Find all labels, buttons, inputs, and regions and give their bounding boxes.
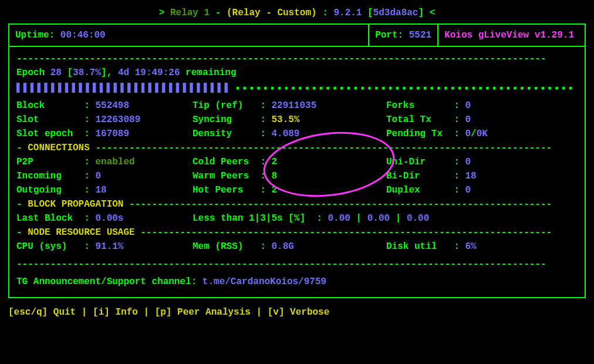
stat-pendingtx: Pending Tx : 0/0K bbox=[386, 127, 578, 141]
pipe1: | bbox=[350, 213, 367, 224]
colon: : bbox=[322, 8, 328, 18]
uptime-value: 00:46:00 bbox=[60, 30, 106, 41]
tg-support-line: TG Announcement/Support channel: t.me/Ca… bbox=[16, 271, 578, 295]
warm-value: 8 bbox=[271, 171, 277, 181]
slotepoch-value: 167089 bbox=[95, 129, 129, 139]
app-title: Koios gLiveView v1.29.1 bbox=[444, 30, 574, 41]
hotkey-quit[interactable]: [esc/q] Quit bbox=[8, 307, 76, 318]
density-label: Density : bbox=[193, 129, 266, 139]
stat-tipref: Tip (ref) : 22911035 bbox=[193, 99, 386, 113]
syncing-value: 53.5% bbox=[271, 114, 299, 125]
epoch-remaining-label: remaining bbox=[185, 68, 236, 78]
arrow-right: < bbox=[430, 8, 436, 18]
stat-warm: Warm Peers : 8 bbox=[193, 169, 386, 183]
mem-label: Mem (RSS) : bbox=[193, 241, 266, 252]
port-value: 5521 bbox=[409, 30, 431, 41]
node-version: 9.2.1 bbox=[333, 8, 362, 18]
stats-grid: Block : 552498 Tip (ref) : 22911035 Fork… bbox=[16, 99, 578, 141]
stat-hot: Hot Peers : 2 bbox=[193, 183, 386, 197]
syncing-label: Syncing : bbox=[193, 114, 266, 125]
stat-unidir: Uni-Dir : 0 bbox=[386, 155, 578, 169]
stat-p2p: P2P : enabled bbox=[16, 155, 193, 169]
divider: ----------------------------------------… bbox=[129, 199, 552, 210]
hash-close: ] bbox=[418, 8, 424, 18]
section-connections: - CONNECTIONS --------------------------… bbox=[16, 141, 578, 155]
hotkeys-line: [esc/q] Quit | [i] Info | [p] Peer Analy… bbox=[8, 305, 586, 319]
unidir-label: Uni-Dir : bbox=[386, 157, 460, 167]
epoch-remaining: 4d 19:49:26 bbox=[118, 68, 180, 78]
totaltx-value: 0 bbox=[465, 114, 471, 125]
blockprop-label: BLOCK PROPAGATION bbox=[28, 199, 123, 210]
outgoing-label: Outgoing : bbox=[16, 185, 90, 196]
port-cell: Port: 5521 bbox=[368, 25, 438, 47]
duplex-label: Duplex : bbox=[386, 185, 460, 196]
stat-disk: Disk util : 6% bbox=[386, 240, 578, 254]
epoch-bracket-open: [ bbox=[67, 68, 73, 78]
dash: - bbox=[215, 8, 221, 18]
divider: ----------------------------------------… bbox=[16, 52, 578, 66]
tipref-value: 22911035 bbox=[271, 100, 316, 111]
hash-open: [ bbox=[367, 8, 373, 18]
density-value: 4.089 bbox=[271, 129, 299, 139]
resource-label: NODE RESOURCE USAGE bbox=[28, 227, 134, 238]
tg-link[interactable]: t.me/CardanoKoios/9759 bbox=[203, 277, 326, 287]
progress-remaining: ▪▪▪▪▪▪▪▪▪▪▪▪▪▪▪▪▪▪▪▪▪▪▪▪▪▪▪▪▪▪▪▪▪▪▪▪▪▪▪▪… bbox=[235, 82, 578, 93]
outgoing-value: 18 bbox=[95, 185, 106, 196]
forks-label: Forks : bbox=[386, 100, 460, 111]
incoming-value: 0 bbox=[95, 171, 101, 181]
stat-totaltx: Total Tx : 0 bbox=[386, 113, 578, 127]
stat-density: Density : 4.089 bbox=[193, 127, 386, 141]
duplex-value: 0 bbox=[465, 185, 471, 196]
main-panel: Uptime: 00:46:00 Port: 5521 Koios gLiveV… bbox=[8, 23, 586, 298]
pendingtx-slash: / bbox=[471, 129, 477, 139]
divider: ----------------------------------------… bbox=[16, 257, 578, 271]
epoch-label: Epoch bbox=[16, 68, 45, 78]
disk-label: Disk util : bbox=[386, 241, 460, 252]
uptime-cell: Uptime: 00:46:00 bbox=[9, 25, 368, 47]
cpu-label: CPU (sys) : bbox=[16, 241, 90, 252]
hotkey-peer[interactable]: [p] Peer Analysis bbox=[155, 307, 251, 318]
pendingtx-value: 0 bbox=[465, 129, 471, 139]
lastblock-label: Last Block : bbox=[16, 213, 90, 224]
hotkey-info[interactable]: [i] Info bbox=[93, 307, 138, 318]
lt-v3: 0.00 bbox=[407, 213, 429, 224]
stat-cpu: CPU (sys) : 91.1% bbox=[16, 240, 193, 254]
app-title-cell: Koios gLiveView v1.29.1 bbox=[438, 25, 585, 47]
progress-filled: ▌▌▌▌▌▌▌▌▌▌▌▌▌▌▌▌▌▌▌▌▌▌▌▌▌▌▌▌▌▌▌▌▌▌▌ bbox=[16, 82, 235, 93]
disk-value: 6% bbox=[465, 241, 476, 252]
stat-mem: Mem (RSS) : 0.8G bbox=[193, 240, 386, 254]
lt-v1: 0.00 bbox=[328, 213, 350, 224]
p2p-label: P2P : bbox=[16, 157, 90, 167]
stat-slotepoch: Slot epoch : 167089 bbox=[16, 127, 193, 141]
stat-lessthan: Less than 1|3|5s [%] : 0.00 | 0.00 | 0.0… bbox=[193, 211, 578, 225]
incoming-label: Incoming : bbox=[16, 171, 90, 181]
pendingtx-label: Pending Tx : bbox=[386, 129, 460, 139]
hot-value: 2 bbox=[271, 185, 277, 196]
pendingtx-k: 0K bbox=[477, 129, 488, 139]
stat-forks: Forks : 0 bbox=[386, 99, 578, 113]
stat-outgoing: Outgoing : 18 bbox=[16, 183, 193, 197]
stat-cold: Cold Peers : 2 bbox=[193, 155, 386, 169]
epoch-bracket-close: ], bbox=[101, 68, 112, 78]
stat-block: Block : 552498 bbox=[16, 99, 193, 113]
stat-bidir: Bi-Dir : 18 bbox=[386, 169, 578, 183]
header-line: > Relay 1 - (Relay - Custom) : 9.2.1 [5d… bbox=[8, 6, 586, 20]
forks-value: 0 bbox=[465, 100, 471, 111]
stat-duplex: Duplex : 0 bbox=[386, 183, 578, 197]
cold-value: 2 bbox=[271, 157, 277, 167]
stat-incoming: Incoming : 0 bbox=[16, 169, 193, 183]
slot-label: Slot : bbox=[16, 114, 90, 125]
hotkey-verbose[interactable]: [v] Verbose bbox=[268, 307, 330, 318]
top-row: Uptime: 00:46:00 Port: 5521 Koios gLiveV… bbox=[9, 25, 585, 47]
bidir-value: 18 bbox=[465, 171, 476, 181]
epoch-num: 28 bbox=[50, 68, 62, 78]
node-role: (Relay - Custom) bbox=[227, 8, 317, 18]
commit-hash: 5d3da8ac bbox=[373, 8, 419, 18]
bidir-label: Bi-Dir : bbox=[386, 171, 460, 181]
uptime-label: Uptime: bbox=[15, 30, 55, 41]
stat-slot: Slot : 12263089 bbox=[16, 113, 193, 127]
epoch-pct: 38.7% bbox=[73, 68, 101, 78]
section-blockprop: - BLOCK PROPAGATION --------------------… bbox=[16, 197, 578, 211]
slotepoch-label: Slot epoch : bbox=[16, 129, 90, 139]
resource-grid: CPU (sys) : 91.1% Mem (RSS) : 0.8G Disk … bbox=[16, 240, 578, 254]
